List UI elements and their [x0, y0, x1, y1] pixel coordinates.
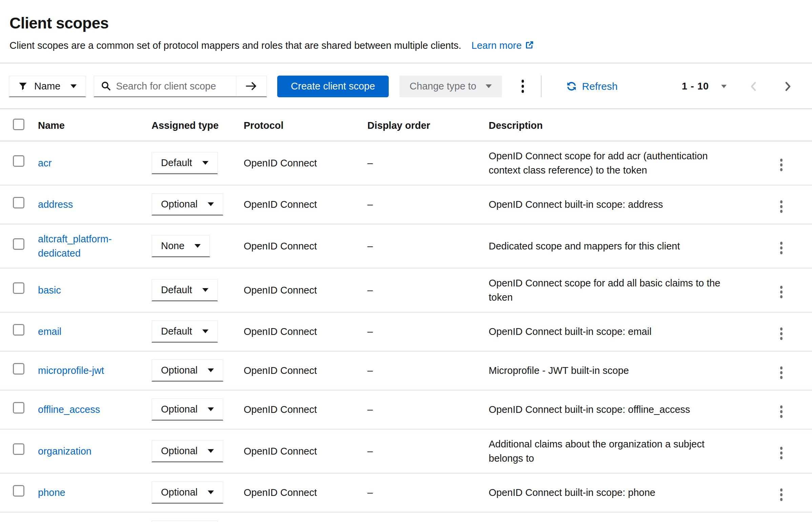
assigned-type-select[interactable]: Optional: [151, 359, 223, 382]
search-input[interactable]: [116, 81, 236, 92]
row-checkbox[interactable]: [13, 402, 24, 414]
assigned-type-select[interactable]: None: [151, 235, 210, 257]
row-checkbox[interactable]: [13, 363, 24, 375]
table-row: email Default OpenID Connect – OpenID Co…: [0, 312, 812, 351]
chevron-down-icon: [202, 161, 208, 165]
toolbar-kebab-button[interactable]: [516, 76, 529, 96]
assigned-type-select[interactable]: Default: [151, 520, 218, 522]
change-type-dropdown[interactable]: Change type to: [400, 76, 502, 97]
display-order-cell: –: [362, 185, 483, 224]
table-row: organization Optional OpenID Connect – A…: [0, 429, 812, 473]
create-client-scope-button[interactable]: Create client scope: [277, 76, 388, 97]
column-header-protocol: Protocol: [238, 109, 362, 141]
chevron-down-icon: [486, 84, 492, 88]
row-kebab-button[interactable]: [775, 197, 788, 216]
protocol-cell: OpenID Connect: [238, 185, 362, 224]
protocol-cell: OpenID Connect: [238, 312, 362, 351]
chevron-down-icon: [721, 85, 727, 88]
protocol-cell: OpenID Connect: [238, 512, 362, 522]
toolbar-left: Name Create client scope Change type to …: [9, 76, 620, 97]
search-type-label: Name: [34, 81, 60, 92]
protocol-cell: OpenID Connect: [238, 268, 362, 312]
filter-funnel-icon: [18, 82, 27, 91]
angle-right-icon: [784, 81, 792, 92]
previous-page-button[interactable]: [746, 79, 760, 94]
scope-name-link[interactable]: acr: [38, 158, 52, 168]
display-order-cell: –: [362, 351, 483, 390]
assigned-type-value: Optional: [161, 404, 198, 415]
row-checkbox[interactable]: [13, 485, 24, 497]
table-row: basic Default OpenID Connect – OpenID Co…: [0, 268, 812, 312]
row-checkbox[interactable]: [13, 443, 24, 455]
display-order-cell: –: [362, 512, 483, 522]
assigned-type-value: Default: [161, 326, 192, 337]
assigned-type-select[interactable]: Default: [151, 279, 218, 301]
assigned-type-select[interactable]: Optional: [151, 193, 223, 216]
column-header-actions: [751, 109, 812, 141]
row-kebab-button[interactable]: [775, 485, 788, 504]
row-kebab-button[interactable]: [775, 363, 788, 382]
search-type-dropdown[interactable]: Name: [9, 76, 86, 97]
assigned-type-select[interactable]: Optional: [151, 481, 223, 504]
row-checkbox[interactable]: [13, 324, 24, 336]
external-link-icon: [525, 40, 534, 49]
select-all-checkbox[interactable]: [13, 119, 24, 130]
protocol-cell: OpenID Connect: [238, 224, 362, 268]
row-kebab-button[interactable]: [775, 282, 788, 302]
chevron-down-icon: [195, 244, 201, 248]
row-checkbox[interactable]: [13, 197, 24, 208]
row-kebab-button[interactable]: [775, 402, 788, 421]
next-page-button[interactable]: [781, 79, 795, 94]
column-header-description: Description: [483, 109, 751, 141]
row-kebab-button[interactable]: [775, 155, 788, 175]
table-row: address Optional OpenID Connect – OpenID…: [0, 185, 812, 224]
description-cell: OpenID Connect scope for add all basic c…: [483, 268, 751, 312]
scope-name-link[interactable]: address: [38, 199, 73, 210]
display-order-cell: –: [362, 429, 483, 473]
display-order-cell: –: [362, 312, 483, 351]
toolbar-divider: [541, 76, 542, 97]
assigned-type-value: Optional: [161, 445, 198, 457]
scope-name-link[interactable]: organization: [38, 446, 92, 457]
chevron-down-icon: [202, 288, 208, 292]
refresh-label: Refresh: [582, 81, 617, 92]
pagination-range: 1 - 10: [682, 81, 709, 92]
refresh-button[interactable]: Refresh: [564, 80, 620, 93]
protocol-cell: OpenID Connect: [238, 351, 362, 390]
description-cell: OpenID Connect built-in scope: phone: [483, 473, 751, 512]
arrow-right-icon: [245, 81, 258, 91]
scope-name-link[interactable]: email: [38, 326, 61, 337]
row-checkbox[interactable]: [13, 238, 24, 250]
pagination-range-dropdown[interactable]: 1 - 10: [680, 80, 729, 92]
assigned-type-value: None: [161, 240, 184, 252]
chevron-down-icon: [208, 449, 214, 453]
scope-name-link[interactable]: altcraft_platform-dedicated: [38, 234, 112, 259]
chevron-down-icon: [208, 490, 214, 494]
search-icon: [101, 81, 111, 91]
angle-left-icon: [750, 81, 757, 92]
assigned-type-select[interactable]: Default: [151, 152, 218, 174]
search-submit-button[interactable]: [236, 76, 266, 96]
assigned-type-select[interactable]: Optional: [151, 398, 223, 421]
scope-name-link[interactable]: microprofile-jwt: [38, 365, 104, 376]
chevron-down-icon: [70, 84, 77, 88]
assigned-type-select[interactable]: Optional: [151, 440, 223, 462]
scope-name-link[interactable]: offline_access: [38, 404, 100, 415]
learn-more-link[interactable]: Learn more: [471, 40, 534, 51]
scope-name-link[interactable]: basic: [38, 285, 61, 296]
table-row: offline_access Optional OpenID Connect –…: [0, 390, 812, 429]
description-cell: OpenID Connect scope for add acr (authen…: [483, 141, 751, 185]
description-cell: OpenID Connect built-in scope: address: [483, 185, 751, 224]
assigned-type-select[interactable]: Default: [151, 320, 218, 343]
row-checkbox[interactable]: [13, 155, 24, 167]
row-checkbox[interactable]: [13, 282, 24, 294]
row-kebab-button[interactable]: [775, 443, 788, 463]
row-kebab-button[interactable]: [775, 238, 788, 258]
refresh-icon: [566, 81, 577, 92]
client-scopes-table: Name Assigned type Protocol Display orde…: [0, 108, 812, 522]
scope-name-link[interactable]: phone: [38, 487, 65, 498]
row-kebab-button[interactable]: [775, 324, 788, 343]
table-row: altcraft_platform-dedicated None OpenID …: [0, 224, 812, 268]
chevron-down-icon: [202, 329, 208, 333]
table-row: phone Optional OpenID Connect – OpenID C…: [0, 473, 812, 512]
